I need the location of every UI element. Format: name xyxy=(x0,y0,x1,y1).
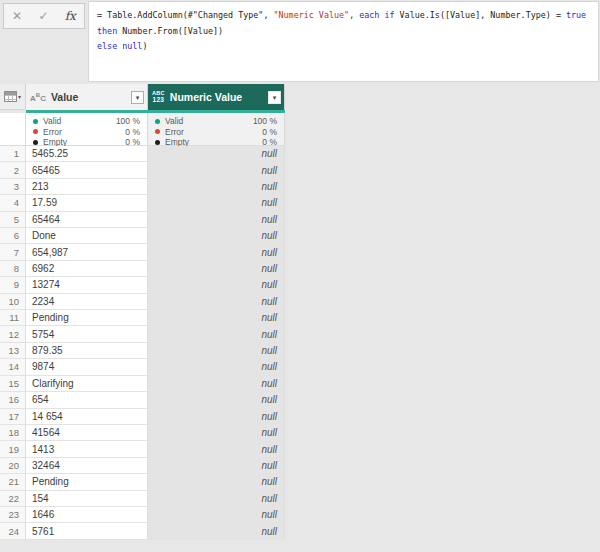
table-body: 15465.25null265465null3213null417.59null… xyxy=(0,146,286,540)
cell-value[interactable]: 879.35 xyxy=(26,343,148,359)
cell-value[interactable]: Pending xyxy=(26,474,148,490)
table-icon xyxy=(4,91,17,102)
valid-dot-icon xyxy=(33,119,38,124)
check-icon[interactable]: ✓ xyxy=(38,10,48,22)
column-header-numeric-value[interactable]: ABC123Numeric Value▾ xyxy=(148,84,285,110)
cell-numeric-value[interactable]: null xyxy=(148,179,285,195)
cell-numeric-value[interactable]: null xyxy=(148,228,285,244)
cell-value[interactable]: 5754 xyxy=(26,326,148,342)
column-header-value[interactable]: ABCValue▾ xyxy=(26,84,148,110)
row-number[interactable]: 3 xyxy=(0,179,26,195)
cell-numeric-value[interactable]: null xyxy=(148,294,285,310)
cell-value[interactable]: Done xyxy=(26,228,148,244)
cell-numeric-value[interactable]: null xyxy=(148,425,285,441)
row-number[interactable]: 14 xyxy=(0,359,26,375)
cell-numeric-value[interactable]: null xyxy=(148,441,285,457)
cell-numeric-value[interactable]: null xyxy=(148,359,285,375)
select-all-button[interactable]: ▾ xyxy=(0,84,26,110)
cell-value[interactable]: 5465.25 xyxy=(26,146,148,162)
cell-value[interactable]: 1413 xyxy=(26,441,148,457)
table-row: 13879.35null xyxy=(0,343,286,359)
table-row: 2032464null xyxy=(0,458,286,474)
cell-numeric-value[interactable]: null xyxy=(148,261,285,277)
cell-numeric-value[interactable]: null xyxy=(148,244,285,260)
cell-value[interactable]: 6962 xyxy=(26,261,148,277)
cell-value[interactable]: 654 xyxy=(26,392,148,408)
cell-numeric-value[interactable]: null xyxy=(148,376,285,392)
row-number[interactable]: 20 xyxy=(0,458,26,474)
cell-numeric-value[interactable]: null xyxy=(148,146,285,162)
row-number[interactable]: 15 xyxy=(0,376,26,392)
cell-value[interactable]: Pending xyxy=(26,310,148,326)
table-row: 125754null xyxy=(0,326,286,342)
cell-numeric-value[interactable]: null xyxy=(148,277,285,293)
row-number[interactable]: 5 xyxy=(0,212,26,228)
row-number[interactable]: 6 xyxy=(0,228,26,244)
cell-value[interactable]: 13274 xyxy=(26,277,148,293)
row-number[interactable]: 8 xyxy=(0,261,26,277)
row-number[interactable]: 2 xyxy=(0,162,26,178)
row-number[interactable]: 17 xyxy=(0,409,26,425)
cell-value[interactable]: Clarifying xyxy=(26,376,148,392)
cell-numeric-value[interactable]: null xyxy=(148,491,285,507)
cell-numeric-value[interactable]: null xyxy=(148,343,285,359)
table-row: 231646null xyxy=(0,507,286,523)
cell-numeric-value[interactable]: null xyxy=(148,507,285,523)
cell-value[interactable]: 65465 xyxy=(26,162,148,178)
cell-value[interactable]: 41564 xyxy=(26,425,148,441)
quality-line-error: Error0 % xyxy=(155,127,277,138)
cell-numeric-value[interactable]: null xyxy=(148,310,285,326)
filter-dropdown-button[interactable]: ▾ xyxy=(268,91,281,104)
cell-numeric-value[interactable]: null xyxy=(148,162,285,178)
row-number[interactable]: 16 xyxy=(0,392,26,408)
table-row: 22154null xyxy=(0,491,286,507)
cell-numeric-value[interactable]: null xyxy=(148,195,285,211)
row-number[interactable]: 24 xyxy=(0,523,26,539)
cancel-icon[interactable]: ✕ xyxy=(12,10,22,22)
row-number[interactable]: 22 xyxy=(0,491,26,507)
cell-value[interactable]: 9874 xyxy=(26,359,148,375)
table-row: 11Pendingnull xyxy=(0,310,286,326)
row-number[interactable]: 18 xyxy=(0,425,26,441)
row-number[interactable]: 23 xyxy=(0,507,26,523)
cell-value[interactable]: 2234 xyxy=(26,294,148,310)
row-number[interactable]: 21 xyxy=(0,474,26,490)
valid-dot-icon xyxy=(155,119,160,124)
cell-value[interactable]: 654,987 xyxy=(26,244,148,260)
row-number[interactable]: 9 xyxy=(0,277,26,293)
cell-numeric-value[interactable]: null xyxy=(148,458,285,474)
row-number[interactable]: 11 xyxy=(0,310,26,326)
cell-value[interactable]: 17.59 xyxy=(26,195,148,211)
row-number[interactable]: 13 xyxy=(0,343,26,359)
any-type-icon: ABC123 xyxy=(152,91,165,103)
row-number[interactable]: 7 xyxy=(0,244,26,260)
table-row: 86962null xyxy=(0,261,286,277)
table-row: 1841564null xyxy=(0,425,286,441)
row-number[interactable]: 10 xyxy=(0,294,26,310)
cell-value[interactable]: 32464 xyxy=(26,458,148,474)
row-number[interactable]: 19 xyxy=(0,441,26,457)
text-type-icon: ABC xyxy=(30,92,46,103)
cell-value[interactable]: 5761 xyxy=(26,523,148,539)
row-number[interactable]: 1 xyxy=(0,146,26,162)
row-number[interactable]: 4 xyxy=(0,195,26,211)
cell-numeric-value[interactable]: null xyxy=(148,523,285,539)
cell-value[interactable]: 213 xyxy=(26,179,148,195)
filter-dropdown-button[interactable]: ▾ xyxy=(131,91,144,104)
table-row: 913274null xyxy=(0,277,286,293)
cell-numeric-value[interactable]: null xyxy=(148,409,285,425)
cell-numeric-value[interactable]: null xyxy=(148,326,285,342)
row-number[interactable]: 12 xyxy=(0,326,26,342)
formula-bar: ✕ ✓ fx = Table.AddColumn(#"Changed Type"… xyxy=(0,0,600,84)
cell-numeric-value[interactable]: null xyxy=(148,474,285,490)
formula-input[interactable]: = Table.AddColumn(#"Changed Type", "Nume… xyxy=(88,1,599,82)
cell-value[interactable]: 154 xyxy=(26,491,148,507)
cell-numeric-value[interactable]: null xyxy=(148,212,285,228)
cell-value[interactable]: 14 654 xyxy=(26,409,148,425)
table-row: 149874null xyxy=(0,359,286,375)
quality-gutter xyxy=(0,113,26,146)
cell-numeric-value[interactable]: null xyxy=(148,392,285,408)
table-row: 6Donenull xyxy=(0,228,286,244)
cell-value[interactable]: 1646 xyxy=(26,507,148,523)
cell-value[interactable]: 65464 xyxy=(26,212,148,228)
